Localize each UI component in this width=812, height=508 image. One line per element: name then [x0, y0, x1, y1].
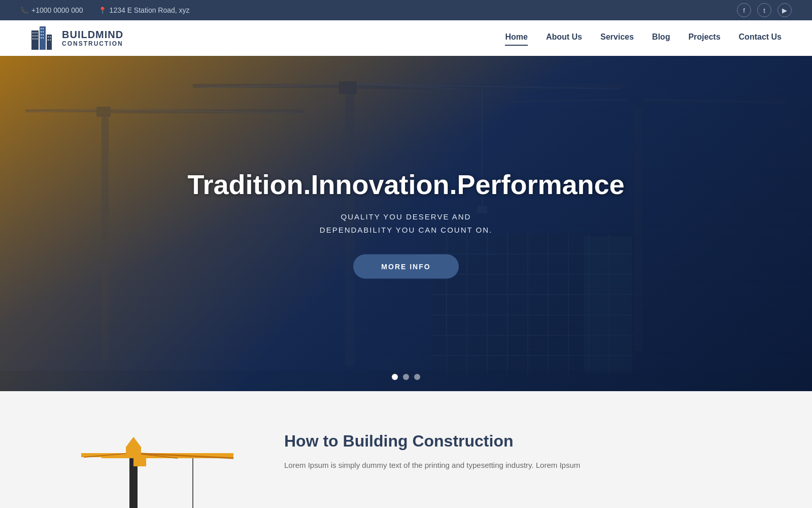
svg-rect-5 [35, 35, 36, 37]
main-nav: Home About Us Services Blog Projects Con… [505, 33, 782, 44]
svg-rect-72 [133, 456, 146, 466]
youtube-icon[interactable]: ▶ [777, 3, 792, 17]
svg-rect-13 [41, 31, 42, 33]
hero-dot-1[interactable] [392, 374, 398, 380]
svg-rect-6 [37, 35, 38, 37]
svg-rect-20 [48, 36, 49, 38]
nav-contact[interactable]: Contact Us [739, 33, 782, 44]
svg-rect-70 [126, 447, 141, 456]
logo-title: BUILDMIND [62, 29, 123, 40]
address-icon: 📍 [98, 7, 107, 14]
svg-rect-9 [37, 38, 38, 40]
svg-rect-4 [32, 35, 33, 37]
top-bar: 📞 +1000 0000 000 📍 1234 E Station Road, … [0, 0, 812, 20]
hero-dots [392, 374, 420, 380]
header: BUILDMIND CONSTRUCTION Home About Us Ser… [0, 20, 812, 56]
svg-marker-71 [126, 437, 141, 447]
svg-rect-3 [37, 32, 38, 34]
address-item: 📍 1234 E Station Road, xyz [98, 6, 190, 14]
phone-icon: 📞 [20, 7, 28, 14]
svg-rect-1 [32, 32, 33, 34]
svg-rect-2 [35, 32, 36, 34]
section-crane-image [41, 422, 254, 508]
section-heading: How to Building Construction [284, 432, 771, 451]
nav-about[interactable]: About Us [546, 33, 582, 44]
nav-services[interactable]: Services [600, 33, 634, 44]
nav-projects[interactable]: Projects [688, 33, 720, 44]
hero-dot-3[interactable] [414, 374, 420, 380]
svg-rect-7 [32, 38, 33, 40]
svg-rect-17 [41, 37, 42, 39]
hero-dot-2[interactable] [403, 374, 409, 380]
nav-home[interactable]: Home [505, 33, 527, 44]
svg-rect-18 [43, 37, 44, 39]
hero-content: Tradition.Innovation.Performance QUALITY… [0, 169, 812, 279]
facebook-icon[interactable]: f [737, 3, 751, 17]
svg-rect-14 [43, 31, 44, 33]
section-text: How to Building Construction Lorem Ipsum… [284, 422, 771, 472]
hero-section: Tradition.Innovation.Performance QUALITY… [0, 56, 812, 391]
svg-rect-8 [35, 38, 36, 40]
phone-item: 📞 +1000 0000 000 [20, 6, 83, 14]
address-text: 1234 E Station Road, xyz [110, 6, 190, 14]
below-hero-section: How to Building Construction Lorem Ipsum… [0, 391, 812, 508]
twitter-icon[interactable]: t [757, 3, 771, 17]
svg-rect-16 [43, 34, 44, 36]
hero-subtitle: QUALITY YOU DESERVE AND DEPENDABILITY YO… [0, 210, 812, 236]
social-icons: f t ▶ [737, 3, 792, 17]
svg-rect-23 [50, 39, 51, 41]
svg-rect-21 [50, 36, 51, 38]
logo[interactable]: BUILDMIND CONSTRUCTION [30, 25, 123, 51]
section-paragraph: Lorem Ipsum is simply dummy text of the … [284, 459, 771, 472]
svg-rect-11 [41, 28, 42, 29]
svg-rect-19 [47, 35, 52, 50]
logo-subtitle: CONSTRUCTION [62, 40, 123, 47]
svg-rect-15 [41, 34, 42, 36]
logo-text: BUILDMIND CONSTRUCTION [62, 29, 123, 47]
svg-rect-22 [48, 39, 49, 41]
top-bar-left: 📞 +1000 0000 000 📍 1234 E Station Road, … [20, 6, 190, 14]
crane-illustration-svg [51, 422, 244, 508]
logo-svg [30, 25, 56, 51]
more-info-button[interactable]: MORE INFO [353, 255, 458, 279]
phone-number: +1000 0000 000 [31, 6, 83, 14]
hero-title: Tradition.Innovation.Performance [0, 169, 812, 200]
nav-blog[interactable]: Blog [652, 33, 670, 44]
svg-rect-12 [43, 28, 44, 29]
